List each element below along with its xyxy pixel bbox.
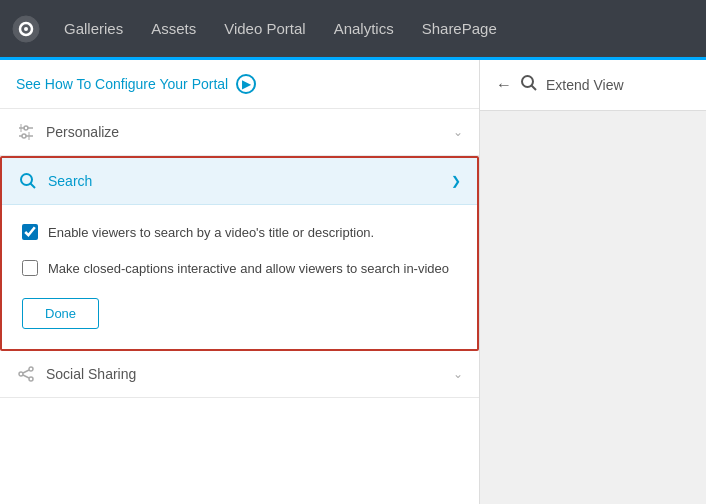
search-chevron-icon: ❯ <box>451 174 461 188</box>
right-panel-preview <box>480 111 706 504</box>
checkbox-row-1: Enable viewers to search by a video's ti… <box>22 223 457 243</box>
search-zoom-icon <box>520 74 538 96</box>
see-how-link[interactable]: See How To Configure Your Portal ▶ <box>16 74 463 94</box>
svg-line-16 <box>23 370 29 373</box>
personalize-header[interactable]: Personalize ⌄ <box>0 109 479 155</box>
social-sharing-section: Social Sharing ⌄ <box>0 351 479 398</box>
content-area: See How To Configure Your Portal ▶ <box>0 60 706 504</box>
nav-assets[interactable]: Assets <box>139 12 208 45</box>
search-icon <box>18 172 38 190</box>
checkbox-closed-captions-label: Make closed-captions interactive and all… <box>48 259 449 279</box>
social-sharing-header[interactable]: Social Sharing ⌄ <box>0 351 479 397</box>
svg-point-8 <box>22 134 26 138</box>
personalize-chevron-icon: ⌄ <box>453 125 463 139</box>
svg-point-11 <box>21 174 32 185</box>
svg-point-5 <box>24 126 28 130</box>
social-sharing-label: Social Sharing <box>46 366 443 382</box>
see-how-circle-arrow-icon: ▶ <box>236 74 256 94</box>
search-expanded-content: Enable viewers to search by a video's ti… <box>2 205 477 349</box>
social-sharing-icon <box>16 365 36 383</box>
personalize-section: Personalize ⌄ <box>0 109 479 156</box>
nav-analytics[interactable]: Analytics <box>322 12 406 45</box>
left-panel: See How To Configure Your Portal ▶ <box>0 60 480 504</box>
see-how-banner: See How To Configure Your Portal ▶ <box>0 60 479 109</box>
logo[interactable] <box>12 15 40 43</box>
checkbox-search-title[interactable] <box>22 224 38 240</box>
search-header[interactable]: Search ❯ <box>2 158 477 205</box>
search-section: Search ❯ Enable viewers to search by a v… <box>0 156 479 351</box>
svg-point-18 <box>522 76 533 87</box>
right-panel: ← Extend View <box>480 60 706 504</box>
search-label: Search <box>48 173 441 189</box>
done-button[interactable]: Done <box>22 298 99 329</box>
extend-view-bar: ← Extend View <box>480 60 706 111</box>
social-sharing-chevron-icon: ⌄ <box>453 367 463 381</box>
see-how-text: See How To Configure Your Portal <box>16 76 228 92</box>
top-nav: Galleries Assets Video Portal Analytics … <box>0 0 706 57</box>
extend-view-label: Extend View <box>546 77 624 93</box>
svg-line-19 <box>532 86 537 91</box>
svg-point-13 <box>29 367 33 371</box>
nav-galleries[interactable]: Galleries <box>52 12 135 45</box>
personalize-icon <box>16 123 36 141</box>
nav-sharepage[interactable]: SharePage <box>410 12 509 45</box>
svg-line-12 <box>31 184 36 189</box>
svg-point-14 <box>19 372 23 376</box>
checkbox-closed-captions[interactable] <box>22 260 38 276</box>
personalize-label: Personalize <box>46 124 443 140</box>
nav-video-portal[interactable]: Video Portal <box>212 12 317 45</box>
svg-point-2 <box>24 27 28 31</box>
back-arrow-icon[interactable]: ← <box>496 76 512 94</box>
svg-line-17 <box>23 375 29 378</box>
checkbox-row-2: Make closed-captions interactive and all… <box>22 259 457 279</box>
checkbox-search-title-label: Enable viewers to search by a video's ti… <box>48 223 374 243</box>
svg-point-15 <box>29 377 33 381</box>
